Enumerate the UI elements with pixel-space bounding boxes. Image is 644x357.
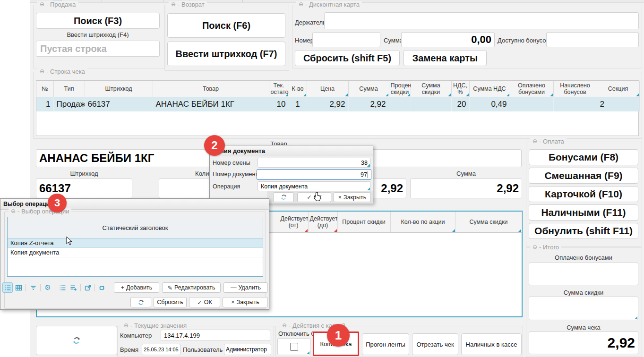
dialog-ok-button[interactable]: ✓ОК — [189, 297, 220, 307]
available-bonus-field[interactable] — [546, 32, 639, 47]
collapse-icon[interactable]: ⊖ — [40, 1, 44, 8]
top-tab-divider — [163, 0, 163, 2]
col-section[interactable]: Секция — [597, 81, 639, 97]
sale-search-button[interactable]: Поиск (F3) — [36, 13, 160, 29]
discount-sum-label: Сумма скидки — [529, 289, 638, 296]
grid-view-icon[interactable] — [13, 282, 24, 293]
sale-barcode-label: Ввести штрихкод (F4) — [36, 31, 160, 38]
col-promo-discount-sum[interactable]: Сумма скидки — [455, 212, 522, 233]
collapse-icon[interactable]: ⊖ — [532, 138, 537, 144]
cell-discount-pct — [389, 97, 411, 112]
card-sum-field[interactable]: 0,00 — [401, 32, 495, 47]
product-sum-field[interactable]: 2,92 — [410, 178, 522, 198]
col-stock[interactable]: Тек. остаток — [269, 81, 289, 97]
sale-barcode-input[interactable] — [36, 41, 160, 57]
user-field[interactable]: Администратор — [224, 344, 271, 355]
col-valid-from[interactable]: Действует (от) — [279, 212, 308, 233]
col-type[interactable]: Тип — [53, 81, 85, 97]
collapse-icon[interactable]: ⊖ — [124, 323, 129, 329]
return-search-button[interactable]: Поиск (F6) — [167, 13, 285, 38]
feed-tape-button[interactable]: Прогон ленты — [362, 333, 409, 355]
col-discount-sum[interactable]: Сумма скидки — [411, 81, 451, 97]
col-sum[interactable]: Сумма — [348, 81, 389, 97]
card-number-field[interactable] — [312, 32, 380, 47]
text-caret — [368, 171, 368, 178]
list-item-copy-document[interactable]: Копия документа — [8, 248, 263, 257]
group-title: Строка чека — [46, 68, 85, 75]
delete-button[interactable]: —Удалить — [223, 282, 268, 293]
cash-in-drawer-button[interactable]: Наличных в кассе — [461, 333, 522, 355]
dialog-refresh-button[interactable] — [130, 297, 151, 307]
cell-barcode: 66137 — [85, 97, 153, 112]
list-item-copy-z-report[interactable]: Копия Z-отчета — [8, 238, 263, 248]
col-valid-to[interactable]: Действует (до) — [308, 212, 337, 233]
col-barcode[interactable]: Штрихкод — [85, 81, 153, 97]
dialog-title-bar[interactable]: Копия документа — [210, 145, 373, 156]
time-field[interactable]: 25.05.23 14:05 — [142, 344, 180, 355]
refresh-layout-icon[interactable] — [96, 282, 107, 293]
export-icon[interactable] — [83, 282, 93, 293]
plus-icon: + — [121, 284, 124, 291]
pay-mixed-button[interactable]: Смешанная (F9) — [529, 168, 638, 184]
receipt-total-field[interactable]: 2,92 — [529, 332, 638, 354]
disable-checkbox[interactable] — [290, 343, 298, 351]
paid-bonus-label: Оплачено бонусами — [529, 254, 638, 261]
col-vat-pct[interactable]: НДС, % — [451, 81, 469, 97]
collapse-icon[interactable]: ⊖ — [171, 1, 176, 8]
product-barcode-field[interactable]: 66137 — [36, 178, 132, 198]
card-reset-button[interactable]: Сбросить (shift F5) — [295, 50, 400, 66]
computer-label: Компьютер — [120, 332, 152, 339]
receipt-table: № Тип Штрихкод Товар Тек. остаток К-во Ц… — [36, 80, 639, 136]
card-number-label: Номер — [295, 37, 314, 44]
sort-indicator — [448, 94, 451, 96]
holder-field[interactable] — [324, 12, 639, 29]
col-number[interactable]: № — [36, 81, 53, 97]
collapse-icon[interactable]: ⊖ — [532, 244, 537, 250]
doc-number-field[interactable]: 97 — [257, 169, 371, 180]
col-qty[interactable]: К-во — [289, 81, 307, 97]
col-vat-sum[interactable]: Сумма НДС — [469, 81, 510, 97]
add-list-icon[interactable] — [68, 282, 78, 293]
collapse-icon[interactable]: ⊖ — [299, 1, 303, 8]
operation-field[interactable]: Копия документа — [258, 181, 371, 191]
add-button[interactable]: +Добавить — [114, 282, 159, 293]
pay-reset-button[interactable]: Обнулить (shift F11) — [529, 223, 638, 239]
col-promo-discount-pct[interactable]: Процент скидки — [337, 212, 390, 233]
dialog-refresh-button[interactable] — [273, 192, 294, 202]
return-barcode-button[interactable]: Ввести штрихкод (F7) — [167, 42, 285, 66]
toolbar-separator — [40, 284, 41, 291]
col-product[interactable]: Товар — [153, 81, 269, 97]
filter-icon[interactable] — [28, 282, 38, 293]
paid-bonus-field[interactable] — [529, 263, 638, 285]
edit-button[interactable]: ✎Редактировать — [162, 282, 221, 293]
numbered-list-icon[interactable] — [57, 282, 68, 293]
dialog-close-button[interactable]: ×Закрыть — [223, 297, 268, 307]
collapse-icon[interactable]: ⊖ — [40, 68, 44, 75]
list-view-icon[interactable] — [2, 282, 13, 293]
receipt-row-selected[interactable]: 1 Продажа 66137 АНАНАС БЕЙБИ 1КГ 10 1 2,… — [36, 97, 639, 112]
pay-bonus-button[interactable]: Бонусами (F8) — [529, 149, 638, 165]
col-price[interactable]: Цена — [307, 81, 348, 97]
collapse-icon[interactable]: ⊖ — [282, 323, 287, 329]
cell-paid-bonus — [510, 97, 553, 112]
col-promo-qty[interactable]: Кол-во по акции — [390, 212, 455, 233]
pay-cash-button[interactable]: Наличными (F11) — [529, 204, 638, 221]
collapse-icon[interactable]: ⊖ — [11, 208, 16, 214]
shift-number-field[interactable]: 38 — [258, 158, 371, 168]
toolbar-separator — [94, 284, 95, 291]
dialog-reset-button[interactable]: Сбросить — [154, 297, 187, 307]
refresh-button[interactable] — [36, 326, 117, 355]
gear-icon[interactable]: ⚙ — [43, 282, 53, 293]
cut-receipt-button[interactable]: Отрезать чек — [412, 333, 458, 355]
sort-indicator — [518, 229, 521, 232]
pay-card-button[interactable]: Карточкой (F10) — [529, 186, 638, 202]
dialog-close-button[interactable]: ×Закрыть — [334, 192, 371, 202]
col-accrued-bonus[interactable]: Начислено бонусов — [553, 81, 597, 97]
col-discount-pct[interactable]: Процент скидки — [389, 81, 411, 97]
computer-field[interactable]: 134.17.4.199 — [161, 330, 270, 341]
discount-sum-field[interactable] — [529, 297, 638, 320]
card-replace-button[interactable]: Замена карты — [404, 50, 487, 66]
col-paid-bonus[interactable]: Оплачено бонусами — [510, 81, 553, 97]
cell-product: АНАНАС БЕЙБИ 1КГ — [153, 97, 269, 112]
pencil-icon: ✎ — [168, 284, 172, 291]
